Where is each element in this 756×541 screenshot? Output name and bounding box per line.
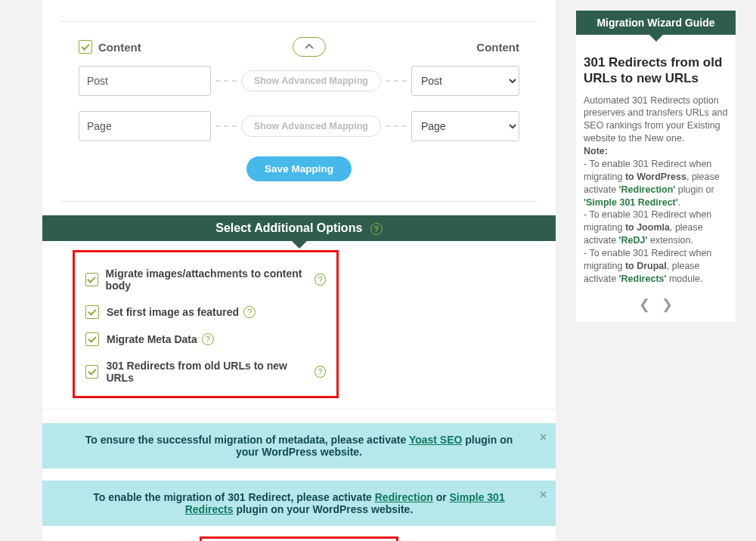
- alert-yoast-seo: To ensure the successful migration of me…: [42, 423, 556, 468]
- option-first-image-featured: Set first image as featured ?: [85, 305, 326, 319]
- option-label: 301 Redirects from old URLs to new URLs: [106, 360, 309, 384]
- next-icon[interactable]: ❯: [662, 297, 673, 312]
- target-content-label: Content: [476, 41, 519, 54]
- alert-301-redirect: To enable the migration of 301 Redirect,…: [42, 481, 556, 526]
- advanced-mapping-button[interactable]: Show Advanced Mapping: [241, 70, 381, 91]
- mapping-row-page: Show Advanced Mapping Page: [79, 111, 519, 141]
- content-mapping-area: Content Content Show Advanced Mapping Po…: [42, 31, 556, 201]
- help-icon[interactable]: ?: [202, 333, 214, 345]
- redirection-link[interactable]: Redirection: [375, 491, 433, 503]
- option-checkbox[interactable]: [85, 305, 99, 319]
- divider: [42, 409, 556, 410]
- close-icon[interactable]: ×: [540, 488, 547, 502]
- close-icon[interactable]: ×: [540, 431, 547, 444]
- sidebar-guide: Migration Wizard Guide 301 Redirects fro…: [576, 11, 736, 323]
- save-mapping-button[interactable]: Save Mapping: [246, 156, 352, 181]
- chevron-down-icon: [649, 35, 663, 42]
- prev-icon[interactable]: ❮: [639, 297, 650, 312]
- source-content-label: Content: [98, 41, 141, 54]
- note-wordpress: - To enable 301 Redirect when migrating …: [584, 158, 728, 209]
- divider: [60, 201, 538, 202]
- yoast-seo-link[interactable]: Yoast SEO: [409, 434, 463, 446]
- alert-text: To ensure the successful migration of me…: [85, 434, 409, 446]
- sidebar-title: 301 Redirects from old URLs to new URLs: [584, 54, 728, 87]
- target-page-select[interactable]: Page: [411, 111, 519, 141]
- redirection-plugin-link[interactable]: 'Redirection': [619, 184, 676, 195]
- section-title: Select Additional Options: [215, 221, 362, 234]
- sidebar-header: Migration Wizard Guide: [576, 11, 736, 35]
- source-page-input[interactable]: [79, 111, 211, 141]
- redj-extension-link[interactable]: 'ReDJ': [619, 235, 648, 246]
- highlight-outline: Start Free Demo Migration: [200, 536, 398, 541]
- help-icon[interactable]: ?: [314, 366, 326, 378]
- help-icon[interactable]: ?: [370, 223, 383, 235]
- sidebar-nav: ❮ ❯: [576, 292, 736, 322]
- connector-dash: [215, 125, 237, 127]
- start-migration-area: Start Free Demo Migration: [42, 526, 556, 541]
- option-checkbox[interactable]: [85, 365, 98, 379]
- collapse-button[interactable]: [293, 37, 326, 57]
- connector-dash: [215, 80, 237, 82]
- alert-text: plugin on your WordPress website.: [234, 503, 414, 515]
- additional-options-block: Migrate images/attachments to content bo…: [73, 250, 339, 398]
- option-301-redirects: 301 Redirects from old URLs to new URLs …: [85, 360, 326, 384]
- source-post-input[interactable]: [79, 66, 211, 96]
- additional-options-header: Select Additional Options ?: [42, 215, 556, 241]
- mapping-row-post: Show Advanced Mapping Post: [79, 66, 519, 96]
- option-label: Migrate images/attachments to content bo…: [106, 267, 311, 292]
- sidebar-intro: Automated 301 Redirects option preserves…: [584, 94, 728, 146]
- sidebar-body: 301 Redirects from old URLs to new URLs …: [576, 35, 736, 292]
- advanced-mapping-button[interactable]: Show Advanced Mapping: [241, 116, 381, 137]
- option-label: Migrate Meta Data: [107, 333, 197, 345]
- note-joomla: - To enable 301 Redirect when migrating …: [584, 209, 728, 247]
- help-icon[interactable]: ?: [243, 306, 256, 318]
- target-post-select[interactable]: Post: [411, 66, 519, 96]
- option-migrate-images: Migrate images/attachments to content bo…: [85, 267, 326, 292]
- source-content-header: Content: [79, 40, 141, 54]
- option-checkbox[interactable]: [85, 332, 99, 346]
- note-label: Note:: [584, 146, 608, 156]
- note-drupal: - To enable 301 Redirect when migrating …: [584, 247, 728, 286]
- content-header-checkbox[interactable]: [79, 40, 92, 54]
- main-panel: Content Content Show Advanced Mapping Po…: [42, 0, 556, 541]
- option-migrate-meta: Migrate Meta Data ?: [85, 332, 326, 346]
- connector-dash: [386, 125, 407, 127]
- redirects-module-link[interactable]: 'Redirects': [619, 274, 667, 284]
- divider: [60, 21, 538, 22]
- alert-text: To enable the migration of 301 Redirect,…: [93, 491, 374, 503]
- chevron-down-icon: [292, 241, 307, 249]
- option-checkbox[interactable]: [85, 273, 98, 286]
- option-label: Set first image as featured: [107, 306, 239, 318]
- alert-text: or: [433, 491, 450, 503]
- mapping-headers: Content Content: [79, 37, 519, 57]
- connector-dash: [386, 80, 407, 82]
- sidebar-header-label: Migration Wizard Guide: [596, 17, 714, 29]
- help-icon[interactable]: ?: [314, 274, 326, 286]
- simple-301-redirect-link[interactable]: 'Simple 301 Redirect': [584, 197, 678, 208]
